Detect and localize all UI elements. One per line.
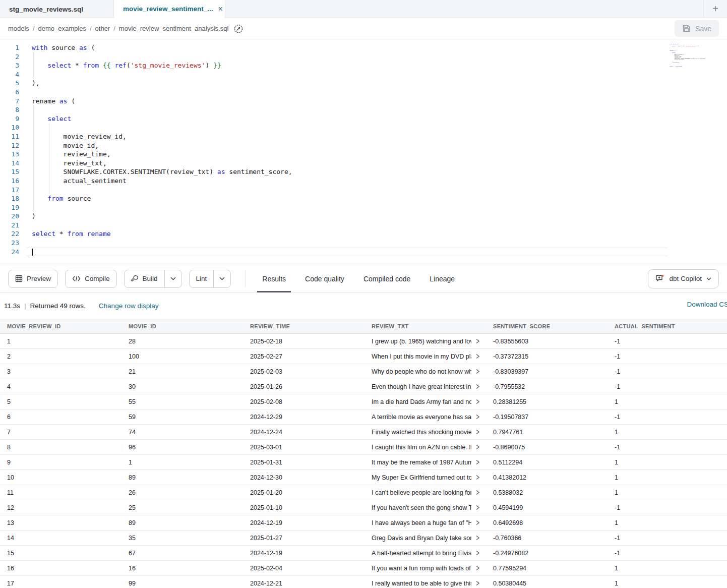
preview-button[interactable]: Preview <box>8 270 58 288</box>
cell-review_time: 2025-02-08 <box>243 398 365 405</box>
lint-button[interactable]: Lint <box>190 270 214 287</box>
new-tab-button[interactable]: + <box>704 3 727 15</box>
expand-row-icon[interactable] <box>475 550 480 556</box>
lint-split-button: Lint <box>189 270 231 288</box>
column-header-review_time[interactable]: REVIEW_TIME <box>243 323 365 329</box>
code-line[interactable]: 21 <box>0 221 292 230</box>
expand-row-icon[interactable] <box>475 475 480 480</box>
code-line[interactable]: 4 <box>0 70 292 79</box>
breadcrumb-item[interactable]: models <box>8 25 29 32</box>
line-number: 20 <box>0 212 19 221</box>
cell-sentiment_score: -0.8690075 <box>486 444 608 451</box>
code-line[interactable]: 24 <box>0 248 292 257</box>
cell-movie_id: 89 <box>122 519 243 526</box>
results-tab-results[interactable]: Results <box>261 265 287 292</box>
cell-movie_review_id: 12 <box>0 504 122 511</box>
cell-review_txt: It may be the remake of 1987 Autumn'… <box>365 459 486 466</box>
results-tab-lineage[interactable]: Lineage <box>429 265 456 292</box>
code-line[interactable]: 20) <box>0 212 292 221</box>
expand-row-icon[interactable] <box>475 535 480 541</box>
code-line[interactable]: 5), <box>0 79 292 88</box>
compile-button[interactable]: Compile <box>65 270 117 288</box>
code-line[interactable]: 14 review_txt, <box>0 159 292 168</box>
cell-actual_sentiment: -1 <box>608 550 727 557</box>
results-tab-compiled-code[interactable]: Compiled code <box>362 265 411 292</box>
breadcrumb-item[interactable]: other <box>95 25 110 32</box>
expand-row-icon[interactable] <box>475 338 480 344</box>
expand-row-icon[interactable] <box>475 384 480 389</box>
cell-sentiment_score: 0.5388032 <box>486 489 608 496</box>
build-dropdown-button[interactable] <box>164 270 181 287</box>
code-line[interactable]: 17 <box>0 186 292 195</box>
expand-row-icon[interactable] <box>475 444 480 450</box>
cell-actual_sentiment: -1 <box>608 338 727 345</box>
code-line[interactable]: 10 <box>0 123 292 132</box>
code-line[interactable]: 8 <box>0 105 292 114</box>
expand-row-icon[interactable] <box>475 505 480 510</box>
cell-review_txt: Why do people who do not know what… <box>365 368 486 375</box>
code-line[interactable]: 2 <box>0 52 292 62</box>
cell-movie_review_id: 9 <box>0 459 122 466</box>
file-status-icon[interactable] <box>233 24 244 34</box>
expand-row-icon[interactable] <box>475 520 480 525</box>
line-number: 2 <box>0 52 19 62</box>
code-line[interactable]: 23 <box>0 239 292 248</box>
build-button[interactable]: Build <box>125 270 164 287</box>
code-icon <box>72 275 81 282</box>
cell-movie_id: 99 <box>122 580 243 587</box>
expand-row-icon[interactable] <box>475 369 480 374</box>
table-row: 6592024-12-29A terrible movie as everyon… <box>0 409 727 425</box>
code-line[interactable]: 15 SNOWFLAKE.CORTEX.SENTIMENT(review_txt… <box>0 167 292 177</box>
lint-dropdown-button[interactable] <box>213 270 230 287</box>
code-line[interactable]: 6 <box>0 88 292 97</box>
change-row-display-link[interactable]: Change row display <box>99 302 159 310</box>
cell-movie_review_id: 14 <box>0 535 122 542</box>
expand-row-icon[interactable] <box>475 429 480 435</box>
code-line[interactable]: 11 movie_review_id, <box>0 132 292 141</box>
cell-sentiment_score: 0.41382012 <box>486 474 608 481</box>
line-number: 15 <box>0 167 19 177</box>
breadcrumb-item[interactable]: movie_review_sentiment_analysis.sql <box>119 25 229 32</box>
expand-row-icon[interactable] <box>475 414 480 420</box>
cell-actual_sentiment: -1 <box>608 444 727 451</box>
line-number: 23 <box>0 239 19 248</box>
results-tab-code-quality[interactable]: Code quality <box>304 265 345 292</box>
expand-row-icon[interactable] <box>475 399 480 404</box>
code-line[interactable]: 22select * from rename <box>0 229 292 239</box>
column-header-movie_id[interactable]: MOVIE_ID <box>122 323 243 329</box>
expand-row-icon[interactable] <box>475 459 480 465</box>
results-table: MOVIE_REVIEW_IDMOVIE_IDREVIEW_TIMEREVIEW… <box>0 319 727 588</box>
code-line[interactable]: 1with source as ( <box>0 43 292 52</box>
minimap[interactable]: with source as ( select * from {{ ref('s… <box>670 43 706 70</box>
close-tab-icon[interactable]: × <box>218 5 223 13</box>
expand-row-icon[interactable] <box>475 490 480 495</box>
expand-row-icon[interactable] <box>475 580 480 586</box>
table-row: 21002025-02-27When I put this movie in m… <box>0 349 727 364</box>
dbt-copilot-button[interactable]: dbt Copilot <box>648 269 719 288</box>
code-line[interactable]: 12 movie_id, <box>0 141 292 150</box>
expand-row-icon[interactable] <box>475 354 480 359</box>
column-header-movie_review_id[interactable]: MOVIE_REVIEW_ID <box>0 323 122 329</box>
code-line[interactable]: 3 select * from {{ ref('stg_movie_review… <box>0 61 292 70</box>
save-button[interactable]: Save <box>675 20 719 37</box>
cell-actual_sentiment: 1 <box>608 519 727 526</box>
code-line[interactable]: 16 actual_sentiment <box>0 177 292 186</box>
code-line[interactable]: 18 from source <box>0 194 292 203</box>
code-line[interactable]: 7rename as ( <box>0 97 292 106</box>
code-line[interactable]: 9 select <box>0 114 292 124</box>
code-line[interactable]: 19 <box>0 203 292 212</box>
file-tab-stg-movie-reviews[interactable]: stg_movie_reviews.sql <box>0 0 113 18</box>
breadcrumb-item[interactable]: demo_examples <box>38 25 86 32</box>
column-header-sentiment_score[interactable]: SENTIMENT_SCORE <box>486 323 608 329</box>
column-header-review_txt[interactable]: REVIEW_TXT <box>365 323 486 329</box>
cell-review_txt: Finally watched this shocking movie la… <box>365 429 486 436</box>
cell-review_time: 2024-12-29 <box>243 414 365 421</box>
code-line[interactable]: 13 review_time, <box>0 150 292 159</box>
code-editor[interactable]: 1with source as (23 select * from {{ ref… <box>0 39 727 265</box>
table-row: 1282025-02-18I grew up (b. 1965) watchin… <box>0 334 727 349</box>
column-header-actual_sentiment[interactable]: ACTUAL_SENTIMENT <box>608 323 727 329</box>
download-csv-link[interactable]: Download CSV <box>687 301 727 308</box>
compile-label: Compile <box>85 275 110 282</box>
file-tab-movie-review-sentiment[interactable]: movie_review_sentiment_... × <box>113 0 225 18</box>
expand-row-icon[interactable] <box>475 565 480 571</box>
